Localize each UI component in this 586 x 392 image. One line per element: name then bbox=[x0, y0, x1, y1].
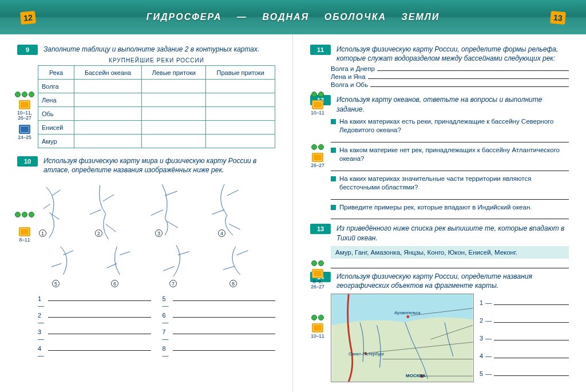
answer-blank[interactable] bbox=[48, 311, 151, 318]
task-10-body: 1 2 3 4 5 6 7 8 1 — 5 — 2 — 6 — 3 — 7 — … bbox=[38, 178, 275, 359]
cell-river[interactable]: Енисей bbox=[38, 121, 74, 134]
answer-blank[interactable] bbox=[494, 375, 569, 376]
city-label: МОСКВА bbox=[406, 373, 426, 378]
table-caption: КРУПНЕЙШИЕ РЕКИ РОССИИ bbox=[38, 57, 275, 64]
header-banner: 12 ГИДРОСФЕРА — ВОДНАЯ ОБОЛОЧКА ЗЕМЛИ 13 bbox=[0, 0, 586, 34]
task-13-body: Амур, Ганг, Амазонка, Янцзы, Конго, Юкон… bbox=[331, 246, 569, 268]
answer-blank[interactable] bbox=[331, 213, 569, 219]
cell-river[interactable]: Волга bbox=[38, 80, 74, 93]
cell-river[interactable]: Амур bbox=[38, 134, 74, 148]
answer-blank[interactable] bbox=[494, 340, 569, 340]
atlas-ref: 10–11 bbox=[311, 110, 324, 116]
river-list: Амур, Ганг, Амазонка, Янцзы, Конго, Юкон… bbox=[331, 246, 569, 259]
book-icon bbox=[312, 153, 323, 162]
spread: 9 Заполните таблицу и выполните задание … bbox=[0, 34, 586, 392]
task-number: 10 bbox=[17, 156, 38, 167]
page-12: 9 Заполните таблицу и выполните задание … bbox=[0, 34, 293, 392]
bullet-icon bbox=[331, 119, 336, 124]
answer-blank[interactable] bbox=[494, 304, 569, 305]
answer-blank[interactable] bbox=[331, 136, 569, 142]
answer-blank[interactable] bbox=[368, 78, 569, 79]
cell-river[interactable]: Лена bbox=[38, 93, 74, 107]
answer-blank[interactable] bbox=[494, 322, 569, 323]
city-label: Архангельск bbox=[394, 310, 421, 315]
cell-river[interactable]: Обь bbox=[38, 107, 74, 121]
bullet-icon bbox=[331, 148, 336, 153]
answer-blank[interactable] bbox=[48, 328, 151, 334]
answer-blank[interactable] bbox=[173, 295, 276, 301]
book-icon bbox=[312, 269, 323, 278]
book-icon bbox=[312, 100, 323, 109]
answer-blank[interactable] bbox=[331, 165, 569, 171]
task-14-body: Архангельск Санкт-Петербург МОСКВА 1 — 2… bbox=[331, 294, 569, 382]
task-11-body: Волга и Днепр Лена и Яна Волга и Обь bbox=[331, 65, 569, 88]
answer-blank[interactable] bbox=[494, 358, 569, 358]
task-number: 13 bbox=[310, 224, 331, 234]
atlas-ref: 24–25 bbox=[18, 135, 31, 140]
task-prompt: Заполните таблицу и выполните задание 2 … bbox=[43, 45, 259, 54]
answer-blank[interactable] bbox=[377, 70, 569, 71]
answer-blank[interactable] bbox=[48, 295, 151, 301]
page-number-right: 13 bbox=[550, 11, 566, 25]
th-right: Правые притоки bbox=[206, 66, 275, 80]
banner-title: ГИДРОСФЕРА — ВОДНАЯ ОБОЛОЧКА ЗЕМЛИ bbox=[146, 12, 440, 22]
task-prompt: Используя физическую карту мира и физиче… bbox=[43, 156, 275, 175]
task-10-header: 10 Используя физическую карту мира и физ… bbox=[17, 156, 275, 175]
task-11-sidebar: 10–11 bbox=[310, 92, 325, 116]
answer-blank[interactable] bbox=[173, 328, 276, 334]
rivers-table: Река Бассейн океана Левые притоки Правые… bbox=[38, 65, 275, 148]
svg-point-1 bbox=[406, 315, 409, 318]
task-11-header: 11 Используя физическую карту России, оп… bbox=[310, 45, 569, 63]
page-number-left: 12 bbox=[20, 11, 36, 25]
atlas-ref: 8–9, 26–27 bbox=[310, 279, 325, 290]
river-outlines-diagram: 1 2 3 4 5 6 7 8 bbox=[38, 178, 275, 292]
task-14-header: 14 Используя физическую карту России, оп… bbox=[310, 272, 569, 290]
task-number: 9 bbox=[17, 45, 38, 55]
atlas-ref: 26–27 bbox=[311, 163, 324, 168]
atlas-ref: 10–11 bbox=[311, 334, 324, 339]
task-13-sidebar: 8–9, 26–27 bbox=[310, 260, 325, 290]
task-12-header: 12 Используя карту океанов, ответьте на … bbox=[310, 95, 569, 113]
task-9-sidebar: 10–11, 26–27 24–25 bbox=[17, 92, 32, 140]
task-13-header: 13 Из приведённого ниже списка рек выпиш… bbox=[310, 224, 569, 242]
task-12-sidebar: 26–27 bbox=[310, 144, 325, 168]
atlas-ref: 8–11 bbox=[19, 237, 30, 243]
book-icon bbox=[19, 125, 30, 134]
book-icon bbox=[19, 227, 30, 236]
book-icon bbox=[19, 100, 30, 109]
th-left: Левые притоки bbox=[142, 66, 206, 80]
page-13: 11 Используя физическую карту России, оп… bbox=[293, 34, 586, 392]
answer-blank[interactable] bbox=[173, 311, 276, 318]
task-14-sidebar: 10–11 bbox=[310, 315, 325, 339]
th-river: Река bbox=[38, 66, 74, 80]
task-number: 11 bbox=[310, 45, 331, 55]
answer-blank[interactable] bbox=[48, 345, 151, 351]
map-fragment: Архангельск Санкт-Петербург МОСКВА bbox=[331, 294, 474, 382]
answer-blank[interactable] bbox=[173, 345, 276, 351]
atlas-ref: 10–11, 26–27 bbox=[17, 110, 32, 121]
task-prompt: Из приведённого ниже списка рек выпишите… bbox=[336, 224, 569, 242]
answer-blank[interactable] bbox=[331, 193, 569, 200]
task-9-header: 9 Заполните таблицу и выполните задание … bbox=[17, 45, 275, 55]
task-10-answers: 1 — 5 — 2 — 6 — 3 — 7 — 4 — 8 — bbox=[38, 295, 275, 359]
answer-blank[interactable] bbox=[331, 262, 569, 268]
th-basin: Бассейн океана bbox=[74, 66, 142, 80]
task-14-answers: 1 — 2 — 3 — 4 — 5 — bbox=[474, 294, 569, 382]
bullet-icon bbox=[331, 205, 336, 210]
answer-blank[interactable] bbox=[370, 86, 569, 87]
task-prompt: Используя физическую карту России, опред… bbox=[336, 45, 569, 63]
task-10-sidebar: 8–11 bbox=[17, 212, 32, 243]
book-icon bbox=[312, 323, 323, 332]
task-prompt: Используя карту океанов, ответьте на воп… bbox=[336, 95, 569, 113]
task-prompt: Используя физическую карту России, опред… bbox=[336, 272, 569, 290]
city-label: Санкт-Петербург bbox=[349, 351, 385, 357]
bullet-icon bbox=[331, 176, 336, 181]
task-12-body: На каких материках есть реки, принадлежа… bbox=[331, 117, 569, 220]
task-9-body: КРУПНЕЙШИЕ РЕКИ РОССИИ Река Бассейн океа… bbox=[38, 57, 275, 148]
